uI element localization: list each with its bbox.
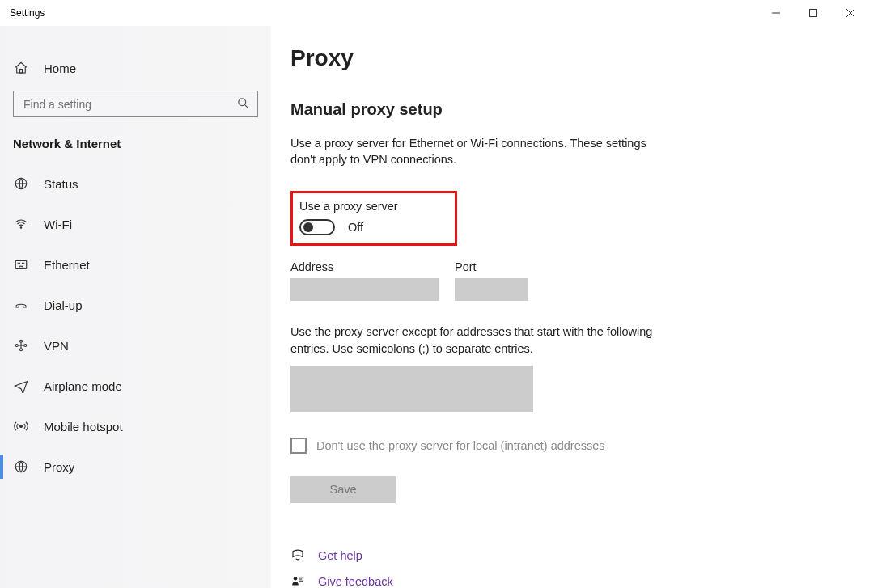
feedback-link[interactable]: Give feedback <box>318 575 393 588</box>
local-bypass-row: Don't use the proxy server for local (in… <box>290 438 846 454</box>
svg-point-19 <box>20 425 23 428</box>
ethernet-icon <box>13 257 29 272</box>
svg-point-18 <box>20 349 23 351</box>
svg-line-6 <box>244 104 248 108</box>
sidebar-item-label: Airplane mode <box>44 379 122 393</box>
svg-point-8 <box>20 227 22 229</box>
vpn-icon <box>13 338 29 353</box>
help-link-row: Get help <box>290 548 846 563</box>
local-bypass-label: Don't use the proxy server for local (in… <box>316 439 605 452</box>
svg-rect-9 <box>15 261 27 269</box>
help-link[interactable]: Get help <box>318 549 362 562</box>
svg-rect-10 <box>19 266 23 268</box>
sidebar-item-dialup[interactable]: Dial-up <box>0 285 271 325</box>
proxy-toggle[interactable] <box>299 219 335 235</box>
svg-point-5 <box>239 98 246 105</box>
search-box[interactable] <box>13 91 258 117</box>
highlight-box: Use a proxy server Off <box>290 191 457 246</box>
status-icon <box>13 176 29 191</box>
port-input[interactable] <box>455 278 528 301</box>
sidebar-item-proxy[interactable]: Proxy <box>0 446 271 487</box>
sidebar-home-label: Home <box>44 61 76 75</box>
sidebar-item-label: Status <box>44 177 78 191</box>
toggle-knob <box>303 222 313 232</box>
help-icon <box>290 548 305 563</box>
window-body: Home Network & Internet Status <box>0 26 869 588</box>
address-field: Address <box>290 260 439 301</box>
port-label: Port <box>455 260 528 273</box>
sidebar-item-wifi[interactable]: Wi-Fi <box>0 204 271 244</box>
search-icon <box>237 97 249 112</box>
sidebar-item-vpn[interactable]: VPN <box>0 325 271 366</box>
sidebar-item-label: VPN <box>44 339 69 353</box>
close-button[interactable] <box>832 0 869 26</box>
exceptions-input[interactable] <box>290 366 533 412</box>
settings-window: Settings Home <box>0 0 869 588</box>
dialup-icon <box>13 298 29 312</box>
svg-point-16 <box>24 345 27 347</box>
proxy-toggle-label: Use a proxy server <box>299 200 398 213</box>
maximize-button[interactable] <box>795 0 832 26</box>
feedback-icon <box>290 574 305 588</box>
sidebar-item-label: Wi-Fi <box>44 218 72 231</box>
airplane-icon <box>13 379 29 393</box>
sidebar-home[interactable]: Home <box>0 52 271 84</box>
home-icon <box>13 61 29 75</box>
footer-links: Get help Give feedback <box>290 548 846 588</box>
sidebar: Home Network & Internet Status <box>0 26 271 588</box>
proxy-toggle-state: Off <box>348 221 363 234</box>
svg-rect-1 <box>810 10 817 17</box>
sidebar-item-label: Ethernet <box>44 258 90 272</box>
page-title: Proxy <box>290 45 846 71</box>
sidebar-item-ethernet[interactable]: Ethernet <box>0 244 271 285</box>
address-input[interactable] <box>290 278 439 301</box>
svg-point-17 <box>20 340 23 342</box>
sidebar-nav: Status Wi-Fi Ethernet <box>0 160 271 487</box>
section-description: Use a proxy server for Ethernet or Wi-Fi… <box>290 135 646 168</box>
search-input[interactable] <box>22 97 230 112</box>
sidebar-item-hotspot[interactable]: Mobile hotspot <box>0 406 271 446</box>
feedback-link-row: Give feedback <box>290 574 846 588</box>
hotspot-icon <box>13 419 29 434</box>
sidebar-item-label: Dial-up <box>44 298 83 312</box>
svg-point-21 <box>294 577 298 581</box>
titlebar: Settings <box>0 0 869 26</box>
sidebar-item-status[interactable]: Status <box>0 163 271 204</box>
window-controls <box>757 0 869 26</box>
address-port-row: Address Port <box>290 260 846 301</box>
sidebar-item-airplane[interactable]: Airplane mode <box>0 366 271 406</box>
save-button[interactable]: Save <box>290 476 396 503</box>
local-bypass-checkbox[interactable] <box>290 438 307 454</box>
svg-point-15 <box>15 345 18 347</box>
svg-rect-4 <box>20 70 23 74</box>
proxy-icon <box>13 459 29 474</box>
sidebar-item-label: Proxy <box>44 460 74 474</box>
minimize-button[interactable] <box>757 0 795 26</box>
main-content: Proxy Manual proxy setup Use a proxy ser… <box>271 26 869 588</box>
search-wrap <box>0 84 271 117</box>
sidebar-item-label: Mobile hotspot <box>44 420 123 434</box>
window-title: Settings <box>10 7 45 19</box>
exceptions-description: Use the proxy server except for addresse… <box>290 324 671 357</box>
address-label: Address <box>290 260 439 273</box>
proxy-toggle-row: Off <box>299 219 398 235</box>
port-field: Port <box>455 260 528 301</box>
wifi-icon <box>13 217 29 231</box>
section-title: Manual proxy setup <box>290 100 846 119</box>
sidebar-category: Network & Internet <box>0 117 271 160</box>
